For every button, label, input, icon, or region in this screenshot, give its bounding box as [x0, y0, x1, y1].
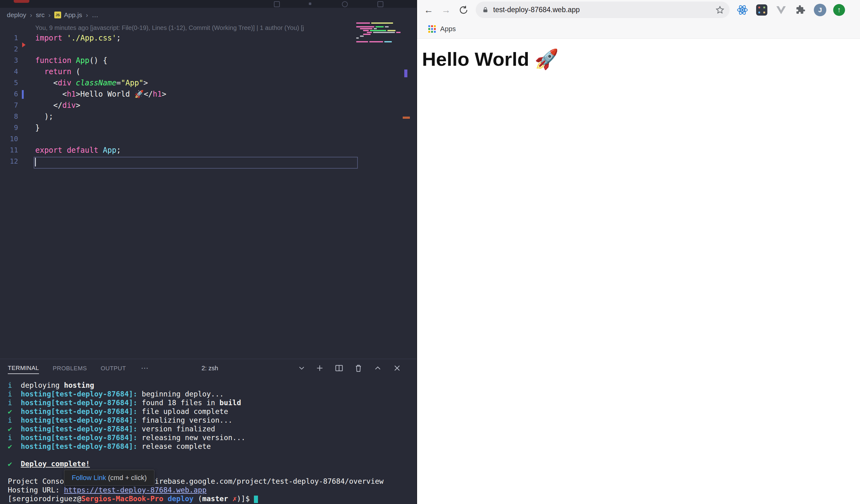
back-button[interactable]: ← — [423, 5, 434, 15]
close-panel-button[interactable] — [391, 362, 403, 374]
code-lines[interactable]: 1import './App.css';23function App() {4 … — [0, 32, 416, 167]
terminal-line: ✔ hosting[test-deploy-87684]: release co… — [8, 442, 416, 451]
tooltip-hint: (cmd + click) — [106, 474, 147, 481]
breadcrumb: deploy › src › JS App.js › … — [0, 8, 423, 22]
terminal-line: ✔ Deploy complete! — [8, 459, 416, 468]
breadcrumb-item-deploy[interactable]: deploy — [7, 11, 26, 19]
tooltip-follow-link[interactable]: Follow Link — [72, 474, 106, 481]
code-line[interactable]: 2 — [0, 44, 416, 55]
line-number: 8 — [0, 111, 18, 122]
bookmark-apps[interactable]: Apps — [440, 25, 456, 33]
reload-button[interactable] — [458, 5, 469, 15]
minimap[interactable] — [356, 23, 407, 45]
web-page: Hello World 🚀 — [417, 39, 860, 504]
terminal-line: i hosting[test-deploy-87684]: found 18 f… — [8, 398, 416, 407]
breadcrumb-item-file[interactable]: JS App.js — [54, 11, 82, 19]
terminal-line: Hosting URL: https://test-deploy-87684.w… — [8, 486, 416, 494]
tabstrip-icon — [309, 2, 311, 5]
terminal-panel: TERMINAL PROBLEMS OUTPUT ⋯ 2: zsh — [0, 359, 416, 504]
line-number: 3 — [0, 55, 18, 66]
kill-terminal-button[interactable] — [353, 362, 364, 374]
code-line[interactable]: 11export default App; — [0, 145, 416, 156]
split-terminal-button[interactable] — [333, 362, 345, 374]
line-number: 11 — [0, 145, 18, 156]
code-line[interactable]: 3function App() { — [0, 55, 416, 66]
tab-problems[interactable]: PROBLEMS — [53, 362, 87, 374]
tabstrip-icon — [342, 1, 348, 7]
terminal-output[interactable]: i deploying hostingi hosting[test-deploy… — [0, 377, 416, 504]
panel-header: TERMINAL PROBLEMS OUTPUT ⋯ 2: zsh — [0, 359, 416, 377]
code-line[interactable]: 10 — [0, 133, 416, 145]
terminal-line: i hosting[test-deploy-87684]: beginning … — [8, 390, 416, 398]
more-tabs-icon[interactable]: ⋯ — [141, 364, 148, 372]
bookmarks-bar: Apps — [417, 20, 860, 39]
chevron-down-icon — [297, 364, 306, 372]
breadcrumb-separator: › — [86, 11, 88, 19]
chrome-update-icon[interactable]: ↑ — [833, 4, 845, 16]
code-line[interactable]: 8 ); — [0, 111, 416, 122]
code-editor[interactable]: You, 9 minutes ago [javascript: File(0-1… — [0, 22, 416, 359]
breadcrumb-item-src[interactable]: src — [36, 11, 45, 19]
code-line[interactable]: 12 — [0, 156, 416, 167]
line-number: 1 — [0, 32, 18, 44]
bookmark-star-icon[interactable] — [715, 5, 725, 15]
tab-modified-indicator — [14, 0, 29, 3]
line-number: 12 — [0, 156, 18, 167]
code-line[interactable]: 5 <div className="App"> — [0, 77, 416, 89]
line-number: 6 — [0, 89, 18, 100]
code-line[interactable]: 6 <h1>Hello World 🚀</h1> — [0, 89, 416, 100]
tab-terminal[interactable]: TERMINAL — [8, 362, 39, 374]
line-number: 4 — [0, 66, 18, 77]
tabstrip-icon — [274, 1, 280, 7]
tab-output[interactable]: OUTPUT — [101, 362, 126, 374]
dark-extension-icon[interactable] — [756, 4, 768, 16]
line-number: 9 — [0, 122, 18, 133]
terminal-line: [sergiorodriguez@Sergios-MacBook-Pro dep… — [8, 494, 416, 503]
terminal-line: i hosting[test-deploy-87684]: finalizing… — [8, 416, 416, 425]
page-heading: Hello World 🚀 — [422, 48, 860, 70]
extensions-puzzle-icon[interactable] — [794, 4, 806, 16]
line-number: 2 — [0, 44, 18, 55]
code-line[interactable]: 4 return ( — [0, 66, 416, 77]
breadcrumb-separator: › — [48, 11, 51, 19]
url-text[interactable]: test-deploy-87684.web.app — [493, 5, 579, 14]
terminal-picker[interactable]: 2: zsh — [201, 364, 306, 372]
breadcrumb-item-symbol[interactable]: … — [92, 11, 98, 19]
follow-link-tooltip: Follow Link (cmd + click) — [64, 470, 154, 486]
terminal-line: i deploying hosting — [8, 381, 416, 390]
react-devtools-icon[interactable] — [736, 4, 748, 16]
terminal-line — [8, 451, 416, 459]
line-number: 5 — [0, 77, 18, 89]
vscode-window: deploy › src › JS App.js › … You, 9 minu… — [0, 0, 417, 504]
overview-ruler-cursor-marker — [404, 70, 407, 77]
new-terminal-button[interactable] — [314, 362, 325, 374]
profile-avatar[interactable]: J — [814, 4, 826, 16]
terminal-picker-label: 2: zsh — [201, 365, 218, 372]
overview-ruler-modified-marker — [403, 117, 410, 119]
lock-icon — [482, 6, 489, 14]
apps-grid-icon — [428, 25, 436, 33]
code-line[interactable]: 9} — [0, 122, 416, 133]
terminal-line: i hosting[test-deploy-87684]: releasing … — [8, 433, 416, 442]
editor-tabstrip — [0, 0, 416, 8]
gitlens-blame-annotation: You, 9 minutes ago [javascript: File(0-1… — [35, 24, 350, 31]
javascript-file-icon: JS — [54, 12, 61, 18]
vue-devtools-icon[interactable] — [775, 4, 787, 16]
forward-button[interactable]: → — [441, 5, 452, 15]
code-line[interactable]: 1import './App.css'; — [0, 32, 416, 44]
browser-window: ← → test-deploy-87684.web.app — [417, 0, 860, 504]
code-line[interactable]: 7 </div> — [0, 100, 416, 111]
line-number: 7 — [0, 100, 18, 111]
breadcrumb-file-label: App.js — [64, 11, 82, 19]
browser-toolbar: ← → test-deploy-87684.web.app — [417, 0, 860, 20]
address-bar[interactable]: test-deploy-87684.web.app — [476, 2, 730, 18]
screen: deploy › src › JS App.js › … You, 9 minu… — [0, 0, 860, 504]
breadcrumb-separator: › — [30, 11, 32, 19]
terminal-line: ✔ hosting[test-deploy-87684]: version fi… — [8, 425, 416, 433]
line-number: 10 — [0, 133, 18, 145]
maximize-panel-button[interactable] — [372, 362, 383, 374]
terminal-line: ✔ hosting[test-deploy-87684]: file uploa… — [8, 407, 416, 416]
tabstrip-icon — [377, 1, 383, 7]
